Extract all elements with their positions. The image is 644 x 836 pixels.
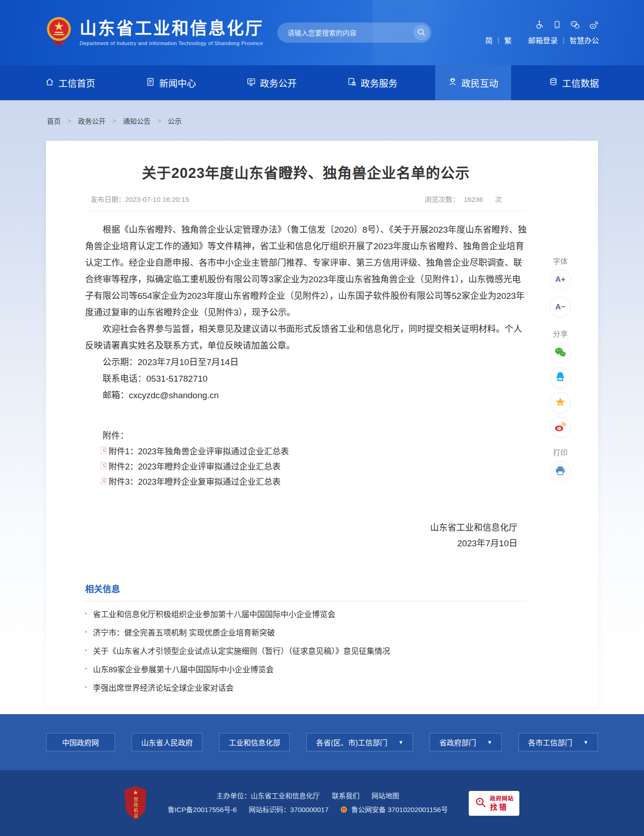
nav-label: 新闻中心 [159,76,196,90]
page-title: 关于2023年度山东省瞪羚、独角兽企业名单的公示 [85,164,527,183]
national-emblem-icon [46,16,72,50]
error-report-line1: 政府网站 [490,796,514,802]
font-increase-button[interactable]: A+ [550,269,571,290]
lang-simplified-link[interactable]: 简 [485,34,493,46]
accessibility-icon[interactable] [535,20,544,29]
view-count-unit: 次 [495,195,502,203]
site-logo[interactable]: 山东省工业和信息化厅 Department of Industry and In… [46,16,264,50]
related-list: 省工业和信息化厅积极组织企业参加第十八届中国国际中小企业博览会 济宁市：健全完善… [85,604,527,696]
lang-traditional-link[interactable]: 繁 [504,34,512,46]
attachments-label: 附件： [85,428,527,444]
breadcrumb-disclosure[interactable]: 政务公开 [78,116,106,126]
footer-link-gov-cn[interactable]: 中国政府网 [46,733,115,751]
related-link-label: 关于《山东省人才引领型企业试点认定实施细则（暂行）（征求意见稿）》意见征集情况 [93,645,390,656]
footer-link-label: 各市工信部门 [528,737,572,748]
related-link-label: 山东89家企业参展第十八届中国国际中小企业博览会 [93,663,274,675]
nav-item-home[interactable]: 工信首页 [32,65,108,100]
qzone-share-button[interactable] [550,392,571,413]
public-notice-period: 公示期：2023年7月10日至7月14日 [85,354,527,371]
quick-links: 简 | 繁 邮箱登录 | 智慧办公 [485,34,599,46]
gov-site-error-report-widget[interactable]: 政府网站 找错 [469,791,519,816]
font-increase-label: A+ [555,275,565,284]
header-right: 简 | 繁 邮箱登录 | 智慧办公 [485,20,599,46]
breadcrumb-separator: > [157,117,161,124]
view-count-label: 浏览次数： [425,195,459,203]
police-record-link[interactable]: 鲁公网安备 37010202001156号 [351,806,448,813]
page: 山东省工业和信息化厅 Department of Industry and In… [0,0,644,836]
font-decrease-button[interactable]: A− [550,297,571,318]
related-title: 相关信息 [85,584,527,596]
footer-dropdown-city-depts[interactable]: 各市工信部门 ▼ [518,733,598,751]
qq-share-button[interactable] [550,367,571,389]
sitemap-link[interactable]: 网站地图 [372,792,399,800]
attachment-label: 附件2：2023年瞪羚企业评审拟通过企业汇总表 [109,459,281,475]
nav-item-service[interactable]: 政务服务 [334,65,410,100]
attachment-link[interactable]: 附件2：2023年瞪羚企业评审拟通过企业汇总表 [85,459,527,475]
badge-text: 党政机关 [132,797,139,819]
qq-share-icon [554,371,566,385]
wechat-share-button[interactable] [550,343,571,364]
contact-email: 邮箱：cxcyzdc@shandong.cn [85,387,527,404]
footer-dropdown-provincial-depts[interactable]: 各省(区、市)工信部门 ▼ [306,733,413,751]
smart-office-link[interactable]: 智慧办公 [569,34,599,46]
mail-login-link[interactable]: 邮箱登录 [528,34,558,46]
share-label: 分享 [553,331,568,338]
wechat-icon[interactable] [570,20,580,29]
related-link[interactable]: 关于《山东省人才引领型企业试点认定实施细则（暂行）（征求意见稿）》意见征集情况 [85,641,527,659]
publish-date-value: 2023-07-10 16:20:15 [125,195,189,203]
police-badge-icon [340,804,347,818]
bullet-dot [85,686,87,688]
print-button[interactable] [550,461,571,482]
weibo-icon[interactable] [589,20,599,29]
related-link[interactable]: 济宁市：健全完善五项机制 实现优质企业培育新突破 [85,623,527,641]
related-link[interactable]: 山东89家企业参展第十八届中国国际中小企业博览会 [85,659,527,678]
attachment-link[interactable]: 附件3：2023年瞪羚企业复审拟通过企业汇总表 [85,475,527,490]
attachment-label: 附件1：2023年独角兽企业评审拟通过企业汇总表 [109,444,289,459]
error-report-line2: 找错 [490,804,514,811]
attachment-link[interactable]: 附件1：2023年独角兽企业评审拟通过企业汇总表 [85,444,527,459]
paragraph: 欢迎社会各界参与监督，相关意见及建议请以书面形式反馈省工业和信息化厅，同时提交相… [85,321,527,354]
site-title: 山东省工业和信息化厅 [80,20,264,38]
breadcrumb-home[interactable]: 首页 [47,116,61,126]
bullet-dot [85,668,87,670]
wechat-share-icon [554,346,567,360]
site-title-block: 山东省工业和信息化厅 Department of Industry and In… [80,20,264,46]
chevron-down-icon: ▼ [487,739,492,745]
divider: | [498,36,500,44]
related-link[interactable]: 省工业和信息化厅积极组织企业参加第十八届中国国际中小企业博览会 [85,604,527,623]
interaction-icon [448,77,457,89]
footer-dropdown-province-gov-depts[interactable]: 省政府部门 ▼ [430,733,502,751]
article-tools: 字体 A+ A− 分享 [546,258,575,482]
party-gov-badge-icon: ★ 党政机关 [125,786,147,820]
nav-item-news[interactable]: 新闻中心 [133,65,209,100]
footer-link-label: 省政府部门 [439,737,476,748]
breadcrumb: 首页 > 政务公开 > 通知公告 > 公示 [47,100,644,126]
home-icon [45,77,54,89]
paragraph: 根据《山东省瞪羚、独角兽企业认定管理办法》（鲁工信发〔2020〕8号）、《关于开… [85,222,527,321]
contact-us-link[interactable]: 联系我们 [332,792,359,800]
related-link-label: 济宁市：健全完善五项机制 实现优质企业培育新突破 [93,626,275,638]
signature-org: 山东省工业和信息化厅 [85,520,518,536]
publish-date: 发布日期：2023-07-10 16:20:15 [91,194,189,204]
nav-item-data[interactable]: 工信数据 [536,65,612,100]
footer-bottom: ★ 党政机关 主办单位：山东省工业和信息化厅 联系我们 网站地图 鲁ICP备20… [0,770,644,836]
footer-link-miit[interactable]: 工业和信息化部 [219,733,290,751]
breadcrumb-notices[interactable]: 通知公告 [123,116,150,126]
footer-link-shandong-gov[interactable]: 山东省人民政府 [132,733,202,751]
weibo-share-button[interactable] [550,417,571,438]
related-link[interactable]: 李强出席世界经济论坛全球企业家对话会 [85,678,527,696]
search-button[interactable] [414,25,429,40]
signature: 山东省工业和信息化厅 2023年7月10日 [85,520,527,551]
nav-label: 工信首页 [58,76,95,90]
divider: | [563,36,564,44]
mobile-icon[interactable] [553,20,561,29]
quick-icons [535,20,599,29]
signature-date: 2023年7月10日 [85,536,518,551]
nav-item-disclosure[interactable]: 政务公开 [234,65,310,100]
nav-item-interaction[interactable]: 政民互动 [435,65,511,100]
pdf-icon [100,475,107,490]
qzone-share-icon [554,396,566,410]
search-input[interactable] [287,29,414,37]
footer-link-bar: 中国政府网 山东省人民政府 工业和信息化部 各省(区、市)工信部门 ▼ 省政府部… [0,714,644,770]
article-body: 根据《山东省瞪羚、独角兽企业认定管理办法》（鲁工信发〔2020〕8号）、《关于开… [85,222,527,404]
